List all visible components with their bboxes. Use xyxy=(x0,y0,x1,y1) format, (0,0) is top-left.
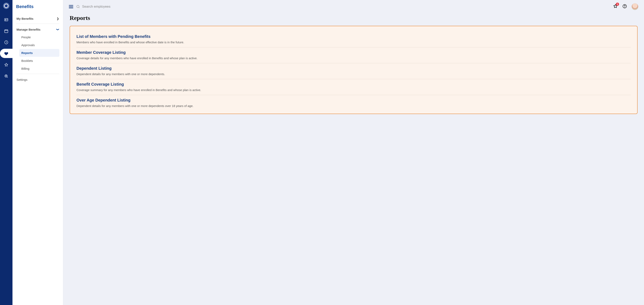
manage-benefits-submenu: People Approvals Reports Booklets Billin… xyxy=(16,33,59,73)
nav-rail xyxy=(0,0,12,305)
search-icon xyxy=(76,5,80,9)
report-desc: Dependent details for any members with o… xyxy=(76,104,631,108)
divider xyxy=(16,24,59,24)
favorites-icon[interactable]: 1 xyxy=(613,4,618,10)
help-icon[interactable] xyxy=(622,4,627,10)
report-title: Over Age Dependent Listing xyxy=(76,98,631,103)
main-area: 1 Reports List of Members with Pending B… xyxy=(63,0,644,305)
sidebar-item-settings[interactable]: Settings xyxy=(16,76,59,83)
search-input[interactable] xyxy=(82,5,142,9)
svg-rect-2 xyxy=(5,30,8,33)
notification-badge: 1 xyxy=(616,3,619,6)
sidebar-item-label: Manage Benefits xyxy=(16,28,40,31)
report-title: List of Members with Pending Benefits xyxy=(76,34,631,39)
id-card-icon[interactable] xyxy=(4,17,9,22)
svg-point-8 xyxy=(624,7,625,7)
topbar: 1 xyxy=(63,0,644,12)
sidebar-item-label: My Benefits xyxy=(16,17,34,20)
svg-point-1 xyxy=(5,19,6,20)
page-body: Reports List of Members with Pending Ben… xyxy=(63,12,644,122)
sidebar-panel: Benefits My Benefits ❯ Manage Benefits ❯… xyxy=(12,0,63,305)
benefits-icon[interactable] xyxy=(4,51,9,56)
report-desc: Coverage summary for any members who hav… xyxy=(76,88,631,92)
calendar-icon[interactable] xyxy=(4,29,9,34)
sidebar-item-manage-benefits[interactable]: Manage Benefits ❯ xyxy=(16,26,59,33)
search-wrap xyxy=(76,5,610,9)
svg-point-6 xyxy=(77,5,79,8)
page-title: Reports xyxy=(70,15,638,21)
svg-point-5 xyxy=(6,75,6,76)
report-title: Dependent Listing xyxy=(76,66,631,71)
report-desc: Coverage details for any members who hav… xyxy=(76,56,631,60)
report-desc: Dependent details for any members with o… xyxy=(76,72,631,76)
report-title: Benefit Coverage Listing xyxy=(76,82,631,87)
sidebar-sub-billing[interactable]: Billing xyxy=(19,65,59,73)
chevron-right-icon: ❯ xyxy=(57,17,59,20)
app-logo[interactable] xyxy=(3,3,9,9)
star-icon[interactable] xyxy=(4,63,9,67)
user-avatar[interactable] xyxy=(632,3,638,10)
clock-icon[interactable] xyxy=(4,40,9,45)
sidebar-title: Benefits xyxy=(16,4,59,9)
sidebar-item-label: Settings xyxy=(16,78,27,81)
report-item[interactable]: Member Coverage Listing Coverage details… xyxy=(76,47,631,63)
sidebar-sub-approvals[interactable]: Approvals xyxy=(19,41,59,49)
menu-toggle-icon[interactable] xyxy=(69,5,73,8)
report-desc: Members who have enrolled in Benefits an… xyxy=(76,41,631,44)
report-title: Member Coverage Listing xyxy=(76,50,631,55)
topbar-right: 1 xyxy=(613,3,638,10)
report-item[interactable]: Dependent Listing Dependent details for … xyxy=(76,63,631,79)
report-item[interactable]: Benefit Coverage Listing Coverage summar… xyxy=(76,79,631,95)
sidebar-item-my-benefits[interactable]: My Benefits ❯ xyxy=(16,15,59,22)
sidebar-sub-booklets[interactable]: Booklets xyxy=(19,57,59,65)
reports-card: List of Members with Pending Benefits Me… xyxy=(70,26,638,114)
chevron-down-icon: ❯ xyxy=(56,29,59,31)
sidebar-sub-reports[interactable]: Reports xyxy=(19,49,59,57)
sidebar-sub-people[interactable]: People xyxy=(19,33,59,41)
report-item[interactable]: List of Members with Pending Benefits Me… xyxy=(76,32,631,47)
report-item[interactable]: Over Age Dependent Listing Dependent det… xyxy=(76,95,631,108)
search-person-icon[interactable] xyxy=(4,74,9,79)
